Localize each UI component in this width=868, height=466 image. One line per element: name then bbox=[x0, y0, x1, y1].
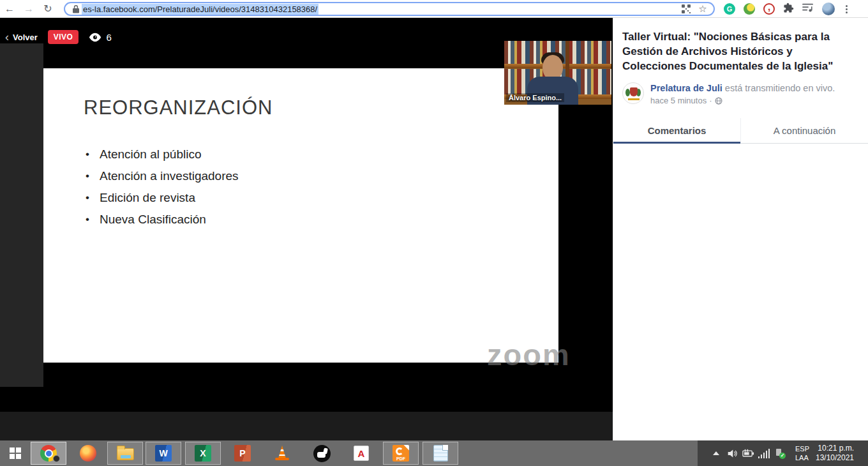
reload-icon[interactable]: ↻ bbox=[38, 1, 57, 17]
grammarly-extension-icon[interactable]: G bbox=[724, 3, 735, 15]
facebook-sidebar: Taller Virtual: "Nociones Básicas para l… bbox=[613, 18, 868, 440]
start-button[interactable] bbox=[1, 442, 29, 465]
tray-language-indicator[interactable]: ESP LAA bbox=[791, 440, 813, 466]
speaker-icon bbox=[727, 449, 738, 458]
green-yellow-extension-icon[interactable] bbox=[744, 3, 755, 15]
firefox-icon bbox=[80, 445, 96, 462]
slide-bullet-list: Atención al público Atención a investiga… bbox=[86, 144, 239, 230]
slide-bullet: Atención a investigadores bbox=[86, 165, 239, 187]
excel-icon: X bbox=[195, 445, 211, 462]
channel-avatar[interactable] bbox=[622, 82, 644, 104]
streaming-status: está transmitiendo en vivo. bbox=[725, 83, 835, 93]
acrobat-reader-icon: A bbox=[354, 446, 369, 461]
tray-usb-eject[interactable]: ✓ bbox=[772, 440, 786, 466]
taskbar-explorer-button[interactable] bbox=[107, 442, 143, 465]
lock-icon[interactable] bbox=[70, 3, 82, 15]
chrome-profile-badge bbox=[53, 455, 60, 462]
tab-up-next[interactable]: A continuación bbox=[740, 118, 868, 143]
windows-taskbar: W X P A PDF bbox=[0, 440, 868, 466]
zoom-watermark: zoom bbox=[487, 337, 571, 372]
viewer-count-wrap: 6 bbox=[89, 32, 111, 43]
taskbar-vlc-button[interactable] bbox=[264, 442, 300, 465]
address-bar[interactable]: es-la.facebook.com/PrelaturadeJuli/video… bbox=[64, 2, 715, 16]
signal-bars-icon bbox=[758, 449, 770, 458]
tab-comments[interactable]: Comentarios bbox=[613, 118, 740, 143]
powerpoint-icon: P bbox=[234, 445, 251, 462]
player-bottom-letterbox bbox=[0, 412, 613, 440]
taskbar-excel-button[interactable]: X bbox=[185, 442, 221, 465]
presentation-slide: REORGANIZACIÓN Atención al público Atenc… bbox=[43, 68, 558, 363]
extensions-area: G , bbox=[724, 1, 850, 17]
language-code: ESP bbox=[795, 444, 809, 453]
chevron-up-icon bbox=[713, 451, 719, 455]
taskbar-foxit-button[interactable]: PDF bbox=[383, 442, 419, 465]
tray-clock[interactable]: 10:21 p.m. 13/10/2021 bbox=[812, 440, 858, 466]
channel-row: Prelatura de Juli está transmitiendo en … bbox=[622, 82, 858, 105]
keyboard-layout: LAA bbox=[795, 453, 809, 462]
clock-date: 13/10/2021 bbox=[816, 453, 854, 463]
viewer-count: 6 bbox=[106, 32, 111, 43]
eye-icon bbox=[89, 33, 101, 42]
taskbar-notepad-button[interactable] bbox=[423, 442, 458, 465]
channel-name-link[interactable]: Prelatura de Juli bbox=[650, 83, 722, 93]
back-icon[interactable]: ← bbox=[0, 1, 19, 17]
slide-bullet: Nueva Clasificación bbox=[86, 209, 239, 230]
foxit-pdf-icon: PDF bbox=[393, 445, 409, 462]
player-live-row: ‹ Volver VIVO 6 bbox=[5, 29, 112, 45]
chevron-left-icon[interactable]: ‹ bbox=[5, 30, 9, 44]
post-meta: hace 5 minutos · bbox=[650, 96, 835, 105]
taskbar-powerpoint-button[interactable]: P bbox=[225, 442, 260, 465]
usb-eject-icon: ✓ bbox=[774, 448, 784, 458]
browser-toolbar: ← → ↻ es-la.facebook.com/PrelaturadeJuli… bbox=[0, 0, 868, 18]
back-button[interactable]: Volver bbox=[13, 33, 38, 42]
tray-expand-chevron[interactable] bbox=[710, 440, 722, 466]
url-text[interactable]: es-la.facebook.com/PrelaturadeJuli/video… bbox=[82, 4, 318, 15]
red-comma-extension-icon[interactable]: , bbox=[763, 3, 775, 15]
tray-network[interactable] bbox=[757, 440, 771, 466]
video-title: Taller Virtual: "Nociones Básicas para l… bbox=[622, 29, 858, 73]
player-left-letterbox bbox=[0, 43, 43, 387]
taskbar-word-button[interactable]: W bbox=[146, 442, 181, 465]
meta-separator: · bbox=[709, 96, 712, 105]
media-controls-icon[interactable] bbox=[802, 3, 814, 15]
time-ago[interactable]: hace 5 minutos bbox=[650, 96, 707, 105]
windows-logo-icon bbox=[10, 447, 21, 459]
tray-battery[interactable] bbox=[740, 440, 756, 466]
sidebar-tabs: Comentarios A continuación bbox=[613, 118, 868, 144]
taskbar-firefox-button[interactable] bbox=[70, 442, 106, 465]
clock-time: 10:21 p.m. bbox=[816, 444, 854, 453]
bookmark-star-icon[interactable]: ☆ bbox=[697, 3, 708, 15]
browser-profile-avatar[interactable] bbox=[822, 3, 835, 15]
word-icon: W bbox=[155, 445, 172, 462]
webcam-overlay: Álvaro Espino... bbox=[504, 41, 611, 105]
taskbar-chrome-button[interactable] bbox=[31, 442, 66, 465]
notepad-icon bbox=[433, 445, 448, 462]
globe-privacy-icon bbox=[715, 97, 722, 105]
slide-title: REORGANIZACIÓN bbox=[84, 96, 273, 119]
black-circle-app-icon bbox=[313, 445, 331, 462]
forward-icon: → bbox=[19, 1, 38, 17]
vlc-cone-icon bbox=[274, 445, 290, 462]
qr-code-icon[interactable] bbox=[680, 3, 692, 15]
tray-volume[interactable] bbox=[725, 440, 739, 466]
slide-bullet: Atención al público bbox=[86, 144, 239, 165]
puzzle-extensions-icon[interactable] bbox=[783, 3, 794, 16]
slide-bullet: Edición de revista bbox=[86, 187, 239, 209]
taskbar-black-circle-app-button[interactable] bbox=[304, 442, 340, 465]
live-badge: VIVO bbox=[48, 30, 79, 44]
battery-charging-icon bbox=[742, 449, 754, 458]
video-player[interactable]: ‹ Volver VIVO 6 REORGANIZACIÓN Atención … bbox=[0, 18, 613, 440]
file-explorer-icon bbox=[117, 448, 134, 460]
browser-menu-icon[interactable] bbox=[843, 5, 850, 13]
webcam-participant-name: Álvaro Espino... bbox=[506, 93, 564, 102]
taskbar-acrobat-button[interactable]: A bbox=[343, 442, 379, 465]
